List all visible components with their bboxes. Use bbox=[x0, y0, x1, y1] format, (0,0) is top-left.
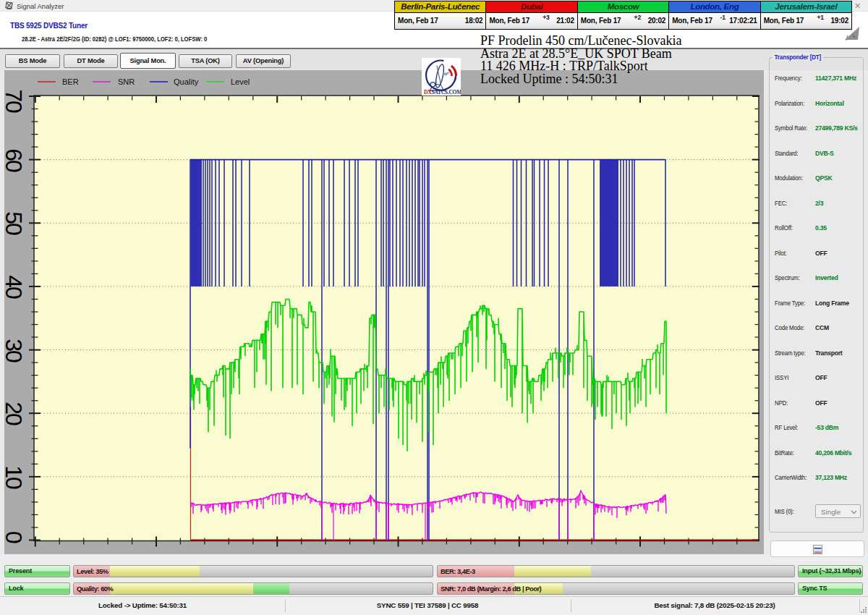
svg-text:DXSATCS.COM: DXSATCS.COM bbox=[424, 89, 461, 96]
